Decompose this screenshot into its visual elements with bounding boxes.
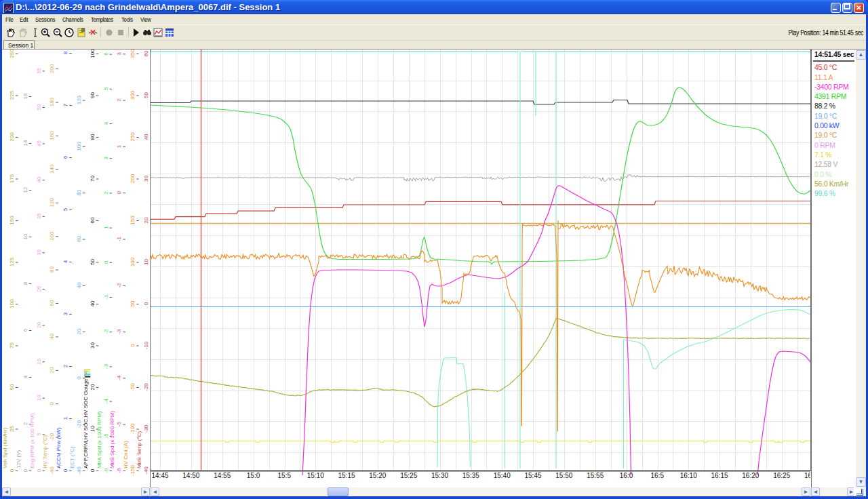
- svg-text:0: 0: [103, 260, 109, 264]
- svg-text:HV Temp (°C): HV Temp (°C): [42, 435, 48, 468]
- svg-text:35: 35: [36, 213, 42, 219]
- svg-text:16:10: 16:10: [680, 472, 697, 479]
- svg-text:0: 0: [143, 302, 149, 305]
- svg-text:Eng RPM (x 100 RPM): Eng RPM (x 100 RPM): [29, 413, 35, 468]
- svg-text:20: 20: [76, 328, 82, 334]
- svg-text:2: 2: [22, 422, 28, 425]
- svg-text:250: 250: [130, 132, 136, 142]
- svg-text:200: 200: [49, 64, 55, 73]
- svg-text:90: 90: [90, 92, 96, 98]
- svg-text:25: 25: [9, 426, 15, 432]
- svg-text:2: 2: [103, 191, 109, 195]
- svg-text:16:30: 16:30: [804, 472, 810, 479]
- svg-text:250: 250: [9, 49, 15, 58]
- svg-text:25: 25: [36, 285, 42, 292]
- svg-text:100: 100: [49, 231, 55, 241]
- svg-text:12V (V): 12V (V): [16, 450, 22, 468]
- svg-text:60: 60: [90, 217, 96, 223]
- svg-text:-4: -4: [103, 398, 109, 403]
- svg-text:-40: -40: [76, 466, 82, 475]
- svg-text:50: 50: [36, 104, 42, 110]
- svg-text:0: 0: [62, 468, 68, 472]
- svg-text:15:35: 15:35: [462, 472, 479, 479]
- svg-text:150: 150: [9, 216, 15, 225]
- svg-text:APP,CRFM,HV SOC,HV SOC Gauge (: APP,CRFM,HV SOC,HV SOC Gauge (%): [83, 369, 89, 468]
- svg-text:80: 80: [76, 189, 82, 195]
- svg-text:15:20: 15:20: [369, 472, 386, 479]
- svg-text:30: 30: [36, 249, 42, 255]
- svg-text:-1: -1: [103, 294, 109, 300]
- svg-text:-150: -150: [130, 464, 136, 476]
- svg-text:-6: -6: [116, 468, 122, 473]
- svg-text:3: 3: [62, 312, 68, 315]
- svg-text:4: 4: [103, 121, 109, 125]
- svg-text:-20: -20: [143, 383, 149, 391]
- svg-text:15:50: 15:50: [555, 472, 572, 479]
- svg-text:3: 3: [116, 52, 122, 56]
- svg-text:14:55: 14:55: [214, 472, 231, 479]
- svg-text:5: 5: [36, 433, 42, 436]
- svg-text:60: 60: [49, 300, 55, 306]
- svg-text:15:45: 15:45: [524, 472, 541, 479]
- svg-text:ACCM Pow (kW): ACCM Pow (kW): [56, 427, 62, 468]
- svg-text:0: 0: [90, 468, 96, 472]
- svg-text:6: 6: [22, 328, 28, 332]
- svg-text:-50: -50: [130, 383, 136, 391]
- svg-text:100: 100: [9, 299, 15, 308]
- svg-text:7: 7: [62, 103, 68, 106]
- svg-text:100: 100: [76, 142, 82, 151]
- svg-text:15:10: 15:10: [307, 472, 324, 479]
- svg-text:50: 50: [90, 259, 96, 265]
- svg-text:-3: -3: [116, 329, 122, 334]
- svg-text:-1: -1: [116, 236, 122, 241]
- svg-text:-20: -20: [76, 420, 82, 428]
- svg-text:15:5: 15:5: [278, 472, 292, 479]
- svg-text:0: 0: [116, 191, 122, 194]
- svg-text:-10: -10: [143, 341, 149, 349]
- svg-text:4: 4: [62, 260, 68, 263]
- svg-text:5: 5: [103, 87, 109, 90]
- svg-text:16:15: 16:15: [711, 472, 728, 479]
- svg-text:6: 6: [103, 52, 109, 56]
- svg-text:50: 50: [143, 92, 149, 98]
- svg-text:20: 20: [49, 367, 55, 373]
- svg-text:2: 2: [62, 364, 68, 367]
- svg-text:20: 20: [36, 322, 42, 328]
- svg-text:15: 15: [36, 358, 42, 364]
- svg-text:120: 120: [76, 95, 82, 104]
- svg-text:15:55: 15:55: [587, 472, 604, 479]
- svg-text:15:30: 15:30: [431, 472, 448, 479]
- svg-text:1: 1: [103, 226, 109, 229]
- svg-text:40: 40: [90, 300, 96, 306]
- svg-text:80: 80: [90, 134, 96, 140]
- svg-text:3: 3: [103, 156, 109, 159]
- svg-text:-40: -40: [143, 466, 149, 475]
- svg-text:-40: -40: [49, 466, 55, 475]
- svg-text:1: 1: [62, 416, 68, 420]
- svg-text:15:40: 15:40: [494, 472, 511, 479]
- svg-text:10: 10: [143, 259, 149, 265]
- svg-text:Veh Spd (Km/Hr): Veh Spd (Km/Hr): [2, 427, 8, 468]
- svg-text:14:45: 14:45: [151, 472, 168, 479]
- svg-text:40: 40: [36, 176, 42, 182]
- svg-text:100: 100: [130, 257, 136, 266]
- svg-text:HV Cmt (A): HV Cmt (A): [123, 441, 129, 468]
- svg-text:200: 200: [130, 174, 136, 183]
- svg-text:0: 0: [49, 401, 55, 405]
- svg-text:2: 2: [116, 98, 122, 102]
- svg-text:-2: -2: [103, 329, 109, 334]
- svg-text:MtrB Spd (x 1000 RPM): MtrB Spd (x 1000 RPM): [109, 411, 115, 468]
- svg-text:125: 125: [9, 257, 15, 266]
- svg-text:16:20: 16:20: [742, 472, 759, 479]
- svg-text:175: 175: [9, 174, 15, 183]
- svg-text:40: 40: [76, 282, 82, 288]
- svg-text:15:0: 15:0: [247, 472, 260, 479]
- svg-text:20: 20: [90, 384, 96, 390]
- svg-text:225: 225: [9, 90, 15, 100]
- svg-text:8: 8: [22, 281, 28, 285]
- svg-text:-100: -100: [130, 423, 136, 435]
- svg-text:-3: -3: [103, 363, 109, 369]
- svg-text:60: 60: [76, 236, 82, 242]
- svg-text:0: 0: [130, 344, 136, 347]
- svg-text:120: 120: [49, 198, 55, 207]
